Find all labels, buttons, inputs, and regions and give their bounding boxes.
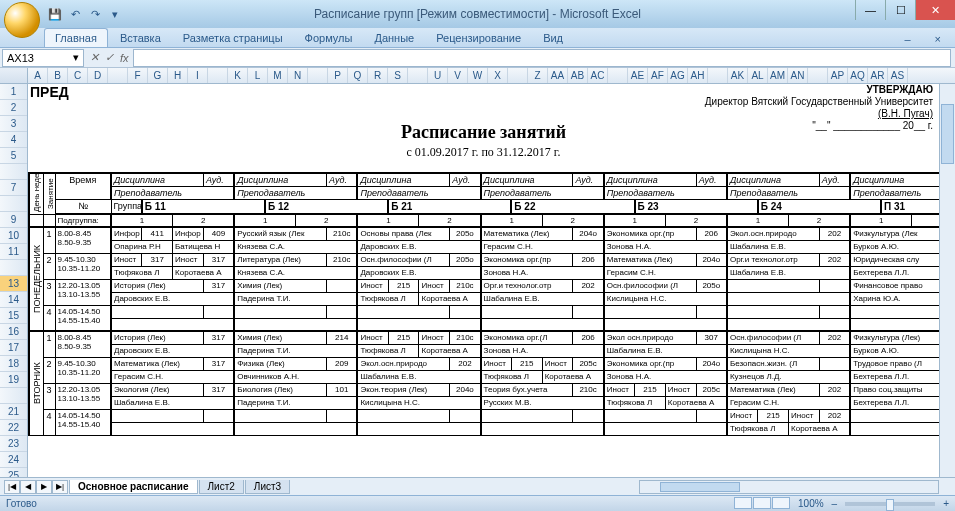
row-header[interactable]: 19 (0, 372, 27, 388)
col-header[interactable]: K (228, 68, 248, 83)
qat-save-icon[interactable]: 💾 (46, 5, 64, 23)
col-header[interactable]: D (88, 68, 108, 83)
col-header[interactable]: G (148, 68, 168, 83)
col-header[interactable]: AN (788, 68, 808, 83)
fx-cancel-icon[interactable]: ✕ (90, 51, 99, 64)
col-header[interactable]: B (48, 68, 68, 83)
col-header[interactable]: N (288, 68, 308, 83)
minimize-button[interactable]: — (855, 0, 885, 20)
row-header[interactable]: 18 (0, 356, 27, 372)
col-header[interactable] (708, 68, 728, 83)
col-header[interactable] (108, 68, 128, 83)
row-header[interactable]: 16 (0, 324, 27, 340)
row-header[interactable]: 24 (0, 452, 27, 468)
col-header[interactable]: I (188, 68, 208, 83)
row-header[interactable]: 15 (0, 308, 27, 324)
row-header[interactable]: 25 (0, 468, 27, 477)
horizontal-scrollbar[interactable] (639, 480, 939, 494)
row-header[interactable] (0, 196, 27, 212)
ribbon-close-icon[interactable]: × (925, 30, 951, 48)
col-header[interactable]: M (268, 68, 288, 83)
col-header[interactable]: H (168, 68, 188, 83)
row-header[interactable]: 21 (0, 404, 27, 420)
row-header[interactable]: 10 (0, 228, 27, 244)
col-header[interactable]: C (68, 68, 88, 83)
col-header[interactable]: V (448, 68, 468, 83)
ribbon-tab-view[interactable]: Вид (533, 29, 573, 47)
col-header[interactable]: AG (668, 68, 688, 83)
col-header[interactable]: AQ (848, 68, 868, 83)
qat-more-icon[interactable]: ▾ (106, 5, 124, 23)
col-header[interactable] (308, 68, 328, 83)
row-header[interactable]: 13 (0, 276, 27, 292)
name-box-dropdown-icon[interactable]: ▾ (73, 51, 79, 64)
ribbon-tab-review[interactable]: Рецензирование (426, 29, 531, 47)
hscroll-thumb[interactable] (660, 482, 740, 492)
col-header[interactable]: R (368, 68, 388, 83)
sheet-tab-3[interactable]: Лист3 (245, 480, 290, 494)
row-header[interactable]: 17 (0, 340, 27, 356)
sheet-nav-first-icon[interactable]: |◀ (4, 480, 20, 494)
view-buttons[interactable] (733, 497, 790, 511)
col-header[interactable]: L (248, 68, 268, 83)
ribbon-tab-insert[interactable]: Вставка (110, 29, 171, 47)
col-header[interactable]: AP (828, 68, 848, 83)
formula-input[interactable] (133, 49, 951, 67)
row-header[interactable]: 11 (0, 244, 27, 260)
col-header[interactable]: AS (888, 68, 908, 83)
col-header[interactable]: AA (548, 68, 568, 83)
col-header[interactable] (808, 68, 828, 83)
sheet-nav-prev-icon[interactable]: ◀ (20, 480, 36, 494)
col-header[interactable]: Q (348, 68, 368, 83)
col-header[interactable]: AK (728, 68, 748, 83)
col-header[interactable]: X (488, 68, 508, 83)
zoom-percent[interactable]: 100% (798, 498, 824, 509)
col-header[interactable]: P (328, 68, 348, 83)
col-header[interactable]: AL (748, 68, 768, 83)
office-button[interactable] (4, 2, 40, 38)
row-header[interactable]: 9 (0, 212, 27, 228)
row-header[interactable]: 3 (0, 116, 27, 132)
col-header[interactable]: Z (528, 68, 548, 83)
fx-ok-icon[interactable]: ✓ (105, 51, 114, 64)
sheet-nav-next-icon[interactable]: ▶ (36, 480, 52, 494)
row-header[interactable]: 1 (0, 84, 27, 100)
zoom-in-icon[interactable]: + (943, 498, 949, 509)
col-header[interactable]: S (388, 68, 408, 83)
col-header[interactable]: F (128, 68, 148, 83)
col-header[interactable] (208, 68, 228, 83)
worksheet-grid[interactable]: 1234579101113141516171819212223242526 ПР… (0, 84, 939, 477)
col-header[interactable]: AH (688, 68, 708, 83)
col-header[interactable]: AF (648, 68, 668, 83)
ribbon-minimize-icon[interactable]: – (894, 30, 920, 48)
row-header[interactable] (0, 164, 27, 180)
maximize-button[interactable]: ☐ (885, 0, 915, 20)
col-header[interactable]: AE (628, 68, 648, 83)
col-header[interactable]: AB (568, 68, 588, 83)
sheet-tab-main[interactable]: Основное расписание (69, 480, 198, 494)
row-header[interactable]: 5 (0, 148, 27, 164)
vscroll-thumb[interactable] (941, 104, 954, 164)
row-header[interactable]: 14 (0, 292, 27, 308)
row-header[interactable]: 23 (0, 436, 27, 452)
row-header[interactable]: 4 (0, 132, 27, 148)
sheet-nav-last-icon[interactable]: ▶| (52, 480, 68, 494)
zoom-out-icon[interactable]: – (832, 498, 838, 509)
col-header[interactable] (608, 68, 628, 83)
col-header[interactable] (408, 68, 428, 83)
ribbon-tab-data[interactable]: Данные (364, 29, 424, 47)
row-header[interactable]: 7 (0, 180, 27, 196)
row-header[interactable]: 22 (0, 420, 27, 436)
row-header[interactable] (0, 260, 27, 276)
vertical-scrollbar[interactable] (939, 84, 955, 477)
ribbon-tab-formulas[interactable]: Формулы (295, 29, 363, 47)
ribbon-tab-page-layout[interactable]: Разметка страницы (173, 29, 293, 47)
col-header[interactable]: W (468, 68, 488, 83)
col-header[interactable]: AC (588, 68, 608, 83)
row-header[interactable]: 2 (0, 100, 27, 116)
close-button[interactable]: ✕ (915, 0, 955, 20)
name-box[interactable]: AX13 ▾ (2, 49, 84, 67)
qat-redo-icon[interactable]: ↷ (86, 5, 104, 23)
sheet-tab-2[interactable]: Лист2 (199, 480, 244, 494)
zoom-slider[interactable] (845, 502, 935, 506)
